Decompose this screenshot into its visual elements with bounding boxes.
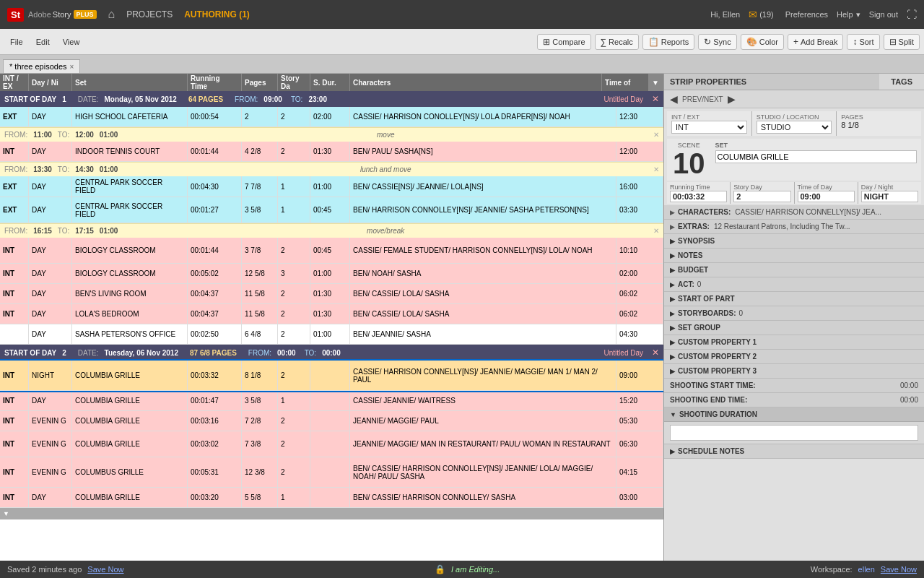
dn-section: Day / Night bbox=[858, 182, 921, 204]
dn-input[interactable] bbox=[861, 191, 918, 202]
rt-input[interactable] bbox=[670, 191, 727, 202]
header-set: Set bbox=[72, 74, 188, 91]
home-icon[interactable]: ⌂ bbox=[108, 8, 116, 21]
table-row[interactable]: INT DAY BEN'S LIVING ROOM 00:04:37 11 5/… bbox=[0, 284, 663, 304]
sdur-cell: 02:00 bbox=[310, 107, 350, 126]
tod-input[interactable] bbox=[798, 191, 855, 202]
day1-x-btn[interactable]: ✕ bbox=[652, 94, 659, 104]
custom1-arrow: ▶ bbox=[670, 339, 675, 346]
storyboards-arrow: ▶ bbox=[670, 310, 675, 317]
header-storydays: Story Da bbox=[278, 74, 310, 91]
save-now2-link[interactable]: Save Now bbox=[881, 565, 917, 574]
reports-button[interactable]: 📋 Reports bbox=[642, 34, 695, 50]
sync-icon: ↻ bbox=[704, 37, 711, 47]
dayni-cell: DAY bbox=[29, 284, 72, 303]
start-of-part-label: START OF PART bbox=[678, 295, 735, 303]
day2-x-btn[interactable]: ✕ bbox=[652, 348, 659, 358]
help-link[interactable]: Help bbox=[837, 10, 853, 19]
synopsis-row[interactable]: ▶ SYNOPSIS bbox=[664, 234, 924, 249]
table-row[interactable]: EXT DAY CENTRAL PARK SOCCER FIELD 00:01:… bbox=[0, 197, 663, 223]
storydays-cell: 2 bbox=[278, 457, 310, 487]
custom2-row[interactable]: ▶ CUSTOM PROPERTY 2 bbox=[664, 350, 924, 364]
intex-select[interactable]: INT EXT INT/EXT bbox=[671, 121, 747, 134]
set-cell: HIGH SCHOOL CAFETERIA bbox=[72, 107, 188, 126]
authoring-link[interactable]: AUTHORING (1) bbox=[184, 9, 710, 20]
set-cell: INDOOR TENNIS COURT bbox=[72, 142, 188, 161]
mail-link[interactable]: ✉ (19) bbox=[749, 9, 774, 20]
tab-close-icon[interactable]: × bbox=[70, 63, 74, 71]
shoot-dur-arrow: ▼ bbox=[670, 411, 676, 418]
table-row[interactable]: INT DAY BIOLOGY CLASSROOM 00:01:44 3 7/8… bbox=[0, 238, 663, 264]
budget-row[interactable]: ▶ BUDGET bbox=[664, 263, 924, 277]
edit-menu[interactable]: Edit bbox=[30, 38, 56, 46]
table-row[interactable]: INT NIGHT COLUMBIA GRILLE 00:03:32 8 1/8… bbox=[0, 361, 663, 391]
sdur-cell: 01:30 bbox=[310, 304, 350, 324]
recalc-button[interactable]: ∑ Recalc bbox=[595, 34, 639, 50]
preferences-link[interactable]: Preferences bbox=[785, 10, 828, 19]
table-row[interactable]: INT EVENIN G COLUMBUS GRILLE 00:05:31 12… bbox=[0, 457, 663, 488]
table-row[interactable]: INT DAY INDOOR TENNIS COURT 00:01:44 4 2… bbox=[0, 142, 663, 162]
sdur-cell: 01:30 bbox=[310, 142, 350, 161]
budget-arrow: ▶ bbox=[670, 267, 675, 274]
extras-row[interactable]: ▶ EXTRAS: 12 Restaurant Patrons, Includi… bbox=[664, 220, 924, 234]
studio-select[interactable]: STUDIO LOCATION bbox=[757, 121, 832, 134]
day1-from-val: 09:00 bbox=[263, 95, 282, 103]
table-row[interactable]: INT EVENIN G COLUMBIA GRILLE 00:03:16 7 … bbox=[0, 411, 663, 431]
schedule-notes-row[interactable]: ▶ SCHEDULE NOTES bbox=[664, 444, 924, 459]
document-tab[interactable]: * three episodes × bbox=[3, 59, 80, 73]
move3-x-btn[interactable]: ✕ bbox=[653, 227, 659, 235]
file-menu[interactable]: File bbox=[4, 38, 29, 46]
pages-cell: 12 3/8 bbox=[242, 457, 278, 487]
set-group-row[interactable]: ▶ SET GROUP bbox=[664, 321, 924, 335]
intex-cell: INT bbox=[0, 304, 29, 324]
sdur-cell: 01:00 bbox=[310, 324, 350, 344]
dayni-cell: DAY bbox=[29, 142, 72, 161]
set-input[interactable] bbox=[715, 150, 918, 163]
move-x-btn[interactable]: ✕ bbox=[653, 131, 659, 139]
rt-cell: 00:04:37 bbox=[188, 304, 242, 324]
day2-header: START OF DAY 2 DATE: Tuesday, 06 Nov 201… bbox=[0, 345, 663, 361]
start-of-part-row[interactable]: ▶ START OF PART bbox=[664, 292, 924, 306]
table-row[interactable]: INT DAY COLUMBIA GRILLE 00:01:47 3 5/8 1… bbox=[0, 391, 663, 411]
custom1-row[interactable]: ▶ CUSTOM PROPERTY 1 bbox=[664, 335, 924, 350]
characters-arrow: ▶ bbox=[670, 209, 675, 216]
table-row[interactable]: INT DAY BIOLOGY CLASSROOM 00:05:02 12 5/… bbox=[0, 264, 663, 284]
save-now-link[interactable]: Save Now bbox=[87, 565, 123, 574]
right-panel: STRIP PROPERTIES TAGS ◀ PREV/NEXT ▶ INT … bbox=[664, 74, 924, 561]
split-button[interactable]: ⊟ Split bbox=[884, 34, 920, 50]
add-break-button[interactable]: + Add Break bbox=[788, 34, 843, 50]
sort-button[interactable]: ↕ Sort bbox=[847, 34, 879, 50]
table-row[interactable]: EXT DAY HIGH SCHOOL CAFETERIA 00:00:54 2… bbox=[0, 107, 663, 127]
table-row[interactable]: EXT DAY CENTRAL PARK SOCCER FIELD 00:04:… bbox=[0, 176, 663, 197]
move2-x-btn[interactable]: ✕ bbox=[653, 165, 659, 173]
dayni-cell: DAY bbox=[29, 176, 72, 197]
prev-arrow[interactable]: ◀ bbox=[670, 93, 678, 105]
storyday-input[interactable] bbox=[733, 191, 790, 202]
fullscreen-icon[interactable]: ⛶ bbox=[907, 9, 917, 20]
custom1-label: CUSTOM PROPERTY 1 bbox=[678, 338, 757, 346]
table-row[interactable]: INT EVENIN G COLUMBIA GRILLE 00:03:02 7 … bbox=[0, 431, 663, 457]
projects-link[interactable]: PROJECTS bbox=[126, 9, 173, 20]
table-row[interactable]: INT DAY LOLA'S BEDROOM 00:04:37 11 5/8 2… bbox=[0, 304, 663, 324]
timeof-cell: 03:30 bbox=[616, 197, 663, 223]
color-button[interactable]: 🎨 Color bbox=[741, 34, 784, 50]
shoot-dur-row[interactable]: ▼ SHOOTING DURATION bbox=[664, 407, 924, 422]
notes-row[interactable]: ▶ NOTES bbox=[664, 249, 924, 263]
set-group-arrow: ▶ bbox=[670, 324, 675, 332]
table-row[interactable]: DAY SASHA PETERSON'S OFFICE 00:02:50 6 4… bbox=[0, 324, 663, 345]
chars-cell: BEN/ HARRISON CONNOLLEY[NS]/ JEANNIE/ SA… bbox=[350, 197, 616, 223]
next-arrow[interactable]: ▶ bbox=[728, 93, 736, 105]
sync-button[interactable]: ↻ Sync bbox=[698, 34, 736, 50]
custom3-row[interactable]: ▶ CUSTOM PROPERTY 3 bbox=[664, 364, 924, 379]
move3-dur-val: 01:00 bbox=[100, 227, 118, 235]
move2-from-label: FROM: bbox=[4, 165, 27, 173]
view-menu[interactable]: View bbox=[57, 38, 86, 46]
signout-link[interactable]: Sign out bbox=[869, 10, 898, 19]
shoot-dur-input[interactable] bbox=[670, 425, 918, 441]
table-row[interactable]: INT DAY COLUMBIA GRILLE 00:03:20 5 5/8 1… bbox=[0, 488, 663, 508]
dayni-cell: DAY bbox=[29, 391, 72, 410]
set-cell: COLUMBIA GRILLE bbox=[72, 361, 188, 390]
compare-button[interactable]: ⊞ Compare bbox=[537, 34, 590, 50]
header-chars: Characters bbox=[350, 74, 602, 91]
characters-row[interactable]: ▶ CHARACTERS: CASSIE/ HARRISON CONNELLY[… bbox=[664, 205, 924, 220]
